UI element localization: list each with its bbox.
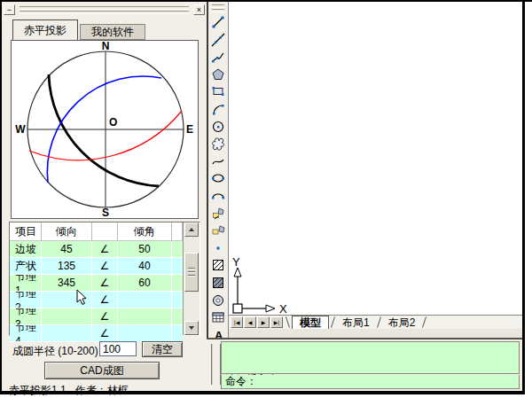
multiline-text-icon: A [211, 328, 225, 338]
panel-titlebar[interactable]: − × [4, 4, 205, 16]
multiline-text-button[interactable]: A [210, 327, 226, 338]
tab-nav-next-button[interactable]: ▶ [257, 316, 270, 328]
tab-nav-prev-button[interactable]: ◀ [244, 316, 256, 328]
revision-cloud-button[interactable] [210, 136, 226, 152]
dip-cell[interactable] [118, 308, 172, 324]
ellipse-icon [211, 171, 225, 185]
tab-stereographic-projection[interactable]: 赤平投影 [12, 20, 78, 40]
row-item-label: 节理2 [10, 292, 42, 308]
dip-cell[interactable]: 50 [118, 241, 172, 257]
header-dip: 倾角 [118, 222, 172, 240]
table-row: 节理2 ∠ [10, 292, 183, 308]
polyline-button[interactable] [210, 49, 226, 65]
tab-model[interactable]: 模型 [292, 316, 329, 329]
direction-cell[interactable] [42, 325, 92, 341]
dip-cell[interactable]: 40 [118, 258, 172, 274]
ucs-icon: Y X [231, 255, 293, 316]
stereonet-plot: N S W E O [11, 40, 199, 219]
toolbar-grip[interactable] [212, 4, 224, 12]
scrollbar-thumb[interactable] [184, 253, 199, 292]
east-label: E [186, 123, 193, 136]
minimize-button[interactable]: − [4, 4, 15, 15]
scroll-up-button[interactable] [184, 222, 199, 237]
west-label: W [15, 123, 26, 136]
row-item-label: 节理4 [10, 325, 42, 341]
region-icon [211, 293, 225, 308]
clear-button[interactable]: 清空 [142, 341, 183, 357]
table-icon [211, 310, 225, 324]
titlebar-grip[interactable] [20, 5, 189, 15]
line-button[interactable] [210, 14, 226, 30]
insert-block-button[interactable] [210, 206, 226, 222]
region-button[interactable] [210, 293, 226, 308]
south-label: S [102, 207, 109, 218]
close-icon: × [197, 5, 201, 14]
radius-input[interactable] [99, 341, 137, 356]
table-row: 节理3 ∠ [10, 308, 183, 325]
polygon-icon [211, 67, 225, 82]
close-button[interactable]: × [193, 4, 205, 15]
angle-symbol: ∠ [92, 258, 118, 274]
hatch-button[interactable] [210, 257, 226, 273]
arc-button[interactable] [210, 101, 226, 117]
make-block-icon [211, 223, 225, 238]
hatch-icon [211, 258, 225, 272]
header-angle-symbol [92, 222, 118, 240]
projection-panel: − × 赤平投影 我的软件 N S W E O [2, 2, 207, 391]
app-window: − × 赤平投影 我的软件 N S W E O [0, 0, 532, 398]
drawing-canvas[interactable]: Y X [229, 2, 522, 315]
arrow-down-icon [189, 326, 194, 330]
tab-layout2[interactable]: 布局2 [383, 316, 421, 329]
ucs-x-label: X [279, 302, 287, 316]
tab-layout1[interactable]: 布局1 [337, 316, 375, 329]
north-label: N [102, 41, 110, 52]
gradient-icon [211, 276, 225, 290]
gradient-button[interactable] [210, 275, 226, 291]
command-history[interactable]: 选择插入点： 命令： 指定对角点： [221, 341, 520, 374]
scroll-down-button[interactable] [184, 321, 199, 335]
dip-cell[interactable] [118, 325, 172, 341]
direction-cell[interactable]: 135 [42, 258, 92, 274]
construction-line-button[interactable] [210, 32, 226, 48]
point-button[interactable] [210, 240, 226, 256]
angle-symbol: ∠ [92, 275, 118, 291]
angle-symbol: ∠ [92, 241, 118, 257]
spline-button[interactable] [210, 153, 226, 169]
table-row: 产状 135 ∠ 40 [10, 258, 183, 275]
polygon-button[interactable] [210, 66, 226, 82]
direction-cell[interactable] [42, 308, 92, 324]
tab-my-software[interactable]: 我的软件 [80, 24, 145, 40]
table-row: 节理4 ∠ [10, 325, 183, 342]
svg-text:A: A [215, 329, 223, 338]
table-scrollbar[interactable] [183, 222, 200, 335]
ellipse-arc-button[interactable] [210, 188, 226, 204]
make-block-button[interactable] [210, 222, 226, 238]
header-item: 项目 [10, 222, 42, 240]
tab-nav-last-button[interactable]: ▶| [270, 316, 283, 328]
insert-block-icon [211, 207, 225, 221]
table-button[interactable] [210, 309, 226, 325]
table-row: 边坡 45 ∠ 50 [10, 241, 183, 258]
dip-cell[interactable] [118, 292, 172, 308]
tab-nav-first-button[interactable]: |◀ [231, 316, 243, 328]
orientation-table: 项目 倾向 倾角 边坡 45 ∠ 50 产状 135 ∠ 4 [9, 222, 200, 336]
panel-tabs: 赤平投影 我的软件 [12, 19, 145, 40]
direction-cell[interactable]: 45 [42, 241, 92, 257]
circle-button[interactable] [210, 119, 226, 135]
angle-symbol: ∠ [92, 308, 118, 324]
construction-line-icon [211, 33, 225, 47]
radius-label: 成圆半径 (10-200) [12, 344, 98, 359]
arrow-up-icon [189, 228, 194, 231]
dip-cell[interactable]: 60 [118, 275, 172, 291]
layout-tab-bar: |◀ ◀ ▶ ▶| 模型 布局1 布局2 [229, 315, 522, 329]
table-header-row: 项目 倾向 倾角 [10, 222, 183, 241]
draw-toolbar: A [207, 2, 229, 338]
statusbar-gap [229, 329, 522, 338]
line-icon [211, 15, 225, 29]
polyline-icon [211, 50, 225, 64]
revision-cloud-icon [211, 137, 225, 151]
rectangle-button[interactable] [210, 83, 226, 99]
command-input-line[interactable]: 命令： [221, 375, 520, 389]
cad-plot-button[interactable]: CAD成图 [44, 362, 160, 379]
ellipse-button[interactable] [210, 170, 226, 186]
